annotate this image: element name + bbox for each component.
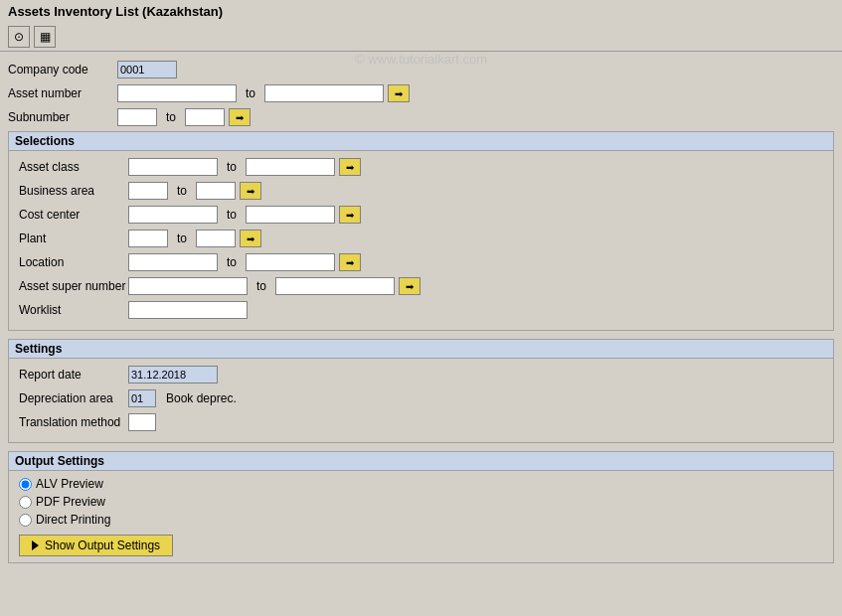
translation-method-row: Translation method: [19, 412, 823, 432]
alv-preview-row: ALV Preview: [19, 477, 823, 491]
plant-row: Plant to ➡: [19, 229, 823, 248]
asset-super-to-input[interactable]: [275, 277, 395, 295]
toolbar-btn-1[interactable]: ⊙: [8, 26, 30, 48]
asset-class-to-input[interactable]: [246, 158, 335, 176]
output-settings-content: ALV Preview PDF Preview Direct Printing …: [9, 471, 833, 562]
plant-label: Plant: [19, 231, 128, 245]
company-code-row: Company code: [8, 60, 834, 79]
company-code-label: Company code: [8, 63, 117, 77]
plant-input[interactable]: [128, 230, 168, 247]
business-area-to-input[interactable]: [196, 182, 236, 200]
business-area-arrow-btn[interactable]: ➡: [240, 182, 261, 200]
business-area-row: Business area to ➡: [19, 181, 823, 201]
location-label: Location: [19, 255, 128, 269]
asset-number-to-label: to: [243, 86, 258, 100]
company-code-input[interactable]: [117, 61, 177, 78]
pdf-preview-row: PDF Preview: [19, 495, 823, 509]
toolbar-btn-2[interactable]: ▦: [34, 26, 56, 48]
report-date-label: Report date: [19, 368, 128, 382]
report-date-input[interactable]: [128, 366, 218, 384]
asset-class-arrow-btn[interactable]: ➡: [339, 158, 361, 176]
plant-to-input[interactable]: [196, 230, 236, 247]
output-settings-header: Output Settings: [9, 452, 833, 471]
subnumber-to-label: to: [163, 110, 179, 124]
show-output-settings-arrow-icon: [32, 540, 39, 550]
depreciation-area-label: Depreciation area: [19, 391, 128, 405]
location-arrow-btn[interactable]: ➡: [339, 253, 361, 271]
selections-content: Asset class to ➡ Business area to ➡ Cost…: [9, 151, 833, 330]
page-title: Assets Inventory List (Kazakhstan): [8, 4, 223, 19]
pdf-preview-label: PDF Preview: [36, 495, 105, 509]
translation-method-input[interactable]: [128, 413, 156, 431]
depreciation-area-text: Book deprec.: [166, 391, 237, 405]
asset-class-label: Asset class: [19, 160, 128, 174]
show-output-settings-label: Show Output Settings: [45, 539, 160, 552]
asset-super-input[interactable]: [128, 277, 248, 295]
worklist-input[interactable]: [128, 301, 248, 319]
asset-super-label: Asset super number: [19, 279, 128, 293]
pdf-preview-radio[interactable]: [19, 496, 32, 509]
depreciation-area-row: Depreciation area Book deprec.: [19, 388, 823, 408]
alv-preview-radio[interactable]: [19, 478, 32, 491]
title-bar: Assets Inventory List (Kazakhstan): [0, 0, 842, 23]
asset-class-input[interactable]: [128, 158, 218, 176]
settings-content: Report date Depreciation area Book depre…: [9, 359, 833, 442]
cost-center-input[interactable]: [128, 206, 218, 224]
cost-center-row: Cost center to ➡: [19, 205, 823, 225]
selections-header: Selections: [9, 132, 833, 151]
cost-center-label: Cost center: [19, 208, 128, 222]
asset-number-label: Asset number: [8, 86, 117, 100]
output-settings-section: Output Settings ALV Preview PDF Preview …: [8, 451, 834, 563]
location-row: Location to ➡: [19, 252, 823, 272]
subnumber-label: Subnumber: [8, 110, 117, 124]
settings-header: Settings: [9, 340, 833, 359]
selections-section: Selections Asset class to ➡ Business are…: [8, 131, 834, 331]
asset-class-row: Asset class to ➡: [19, 157, 823, 177]
direct-printing-row: Direct Printing: [19, 513, 823, 527]
business-area-input[interactable]: [128, 182, 168, 200]
toolbar: ⊙ ▦ © www.tutorialkart.com: [0, 23, 842, 52]
asset-number-to-input[interactable]: [264, 84, 384, 102]
translation-method-label: Translation method: [19, 415, 128, 429]
business-area-label: Business area: [19, 184, 128, 198]
subnumber-row: Subnumber to ➡: [8, 107, 834, 127]
settings-section: Settings Report date Depreciation area B…: [8, 339, 834, 443]
depreciation-area-input[interactable]: [128, 389, 156, 407]
location-to-input[interactable]: [246, 253, 335, 271]
cost-center-arrow-btn[interactable]: ➡: [339, 206, 361, 224]
plant-arrow-btn[interactable]: ➡: [240, 230, 261, 247]
direct-printing-radio[interactable]: [19, 514, 32, 527]
main-content: Company code Asset number to ➡ Subnumber…: [0, 52, 842, 579]
show-output-settings-button[interactable]: Show Output Settings: [19, 535, 173, 556]
asset-super-arrow-btn[interactable]: ➡: [399, 277, 421, 295]
direct-printing-label: Direct Printing: [36, 513, 110, 527]
subnumber-arrow-btn[interactable]: ➡: [229, 108, 251, 126]
report-date-row: Report date: [19, 365, 823, 385]
subnumber-input[interactable]: [117, 108, 157, 126]
location-input[interactable]: [128, 253, 218, 271]
worklist-label: Worklist: [19, 303, 128, 317]
subnumber-to-input[interactable]: [185, 108, 225, 126]
worklist-row: Worklist: [19, 300, 823, 320]
asset-number-row: Asset number to ➡: [8, 83, 834, 103]
cost-center-to-input[interactable]: [246, 206, 335, 224]
asset-super-row: Asset super number to ➡: [19, 276, 823, 296]
alv-preview-label: ALV Preview: [36, 477, 103, 491]
asset-number-arrow-btn[interactable]: ➡: [388, 84, 410, 102]
asset-number-input[interactable]: [117, 84, 237, 102]
